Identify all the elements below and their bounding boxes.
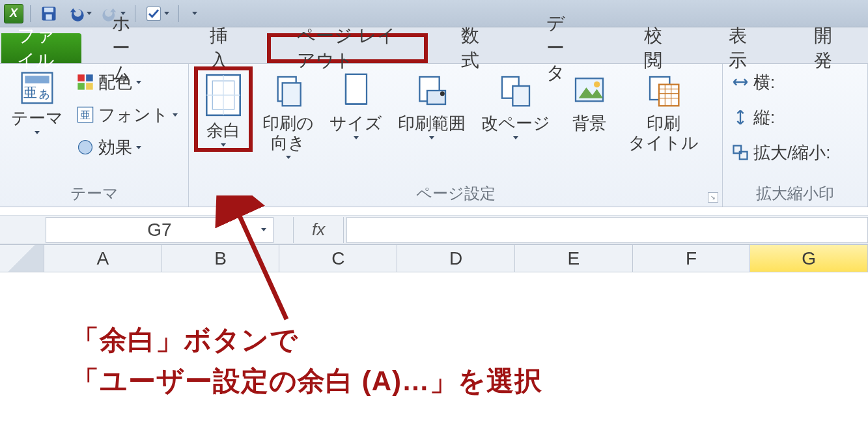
- svg-rect-10: [86, 83, 93, 90]
- tab-formulas[interactable]: 数式: [433, 33, 512, 63]
- select-all-corner[interactable]: [0, 245, 44, 272]
- column-header[interactable]: F: [633, 245, 751, 272]
- scale-row[interactable]: 拡大/縮小:: [728, 137, 833, 168]
- column-header[interactable]: B: [162, 245, 280, 272]
- tab-data[interactable]: データ: [518, 33, 611, 63]
- chevron-down-icon: [286, 156, 291, 159]
- effects-button[interactable]: 効果: [73, 132, 181, 163]
- svg-point-28: [594, 81, 600, 87]
- undo-icon: [67, 5, 85, 23]
- qat-customize-button[interactable]: [186, 5, 204, 23]
- svg-point-13: [79, 141, 92, 154]
- size-button[interactable]: サイズ: [324, 66, 388, 143]
- print-titles-button[interactable]: 印刷 タイトル: [623, 66, 705, 156]
- width-row[interactable]: 横:: [728, 66, 833, 98]
- margins-button[interactable]: 余白: [194, 66, 253, 152]
- tab-review[interactable]: 校閲: [616, 33, 695, 63]
- print-area-button[interactable]: 印刷範囲: [392, 66, 471, 143]
- name-box-value: G7: [147, 220, 171, 240]
- svg-rect-20: [346, 74, 367, 104]
- tab-file[interactable]: ファイル: [1, 33, 81, 63]
- column-header[interactable]: E: [515, 245, 633, 272]
- chevron-down-icon: [221, 143, 226, 147]
- margins-icon: [203, 72, 244, 119]
- themes-label: テーマ: [11, 109, 63, 128]
- chevron-down-icon: [87, 12, 92, 15]
- tab-view[interactable]: 表示: [701, 33, 780, 63]
- print-titles-icon: [645, 70, 682, 111]
- group-scale: 横: 縦: 拡大/縮小: 拡大縮小印: [723, 64, 868, 207]
- orientation-label: 印刷の 向き: [262, 114, 314, 153]
- formula-input[interactable]: [346, 217, 868, 243]
- chevron-down-icon: [35, 131, 40, 134]
- margins-label: 余白: [206, 121, 240, 141]
- qat-separator: [30, 5, 31, 22]
- svg-rect-5: [25, 76, 49, 83]
- group-page-setup: 余白 印刷の 向き サイズ 印刷範囲 改ページ: [189, 64, 723, 207]
- fonts-icon: 亜: [76, 106, 94, 124]
- size-icon: [338, 70, 374, 111]
- height-row[interactable]: 縦:: [728, 102, 833, 133]
- column-header[interactable]: A: [44, 245, 162, 272]
- colors-button[interactable]: 配色: [73, 66, 181, 98]
- page-setup-dialog-launcher[interactable]: ↘: [708, 192, 718, 203]
- themes-button[interactable]: 亜ぁ テーマ: [5, 66, 69, 137]
- tab-insert[interactable]: 挿入: [182, 33, 261, 63]
- print-area-label: 印刷範囲: [398, 114, 466, 134]
- themes-icon: 亜ぁ: [19, 70, 55, 106]
- fonts-button[interactable]: 亜 フォント: [73, 99, 181, 130]
- column-header[interactable]: D: [397, 245, 515, 272]
- annotation-line1: 「余白」ボタンで: [72, 319, 542, 360]
- undo-button[interactable]: [64, 5, 94, 23]
- fx-button[interactable]: fx: [293, 217, 344, 243]
- tab-home[interactable]: ホーム: [84, 33, 176, 63]
- chevron-down-icon: [429, 136, 434, 139]
- size-label: サイズ: [329, 114, 382, 134]
- ribbon-tabs: ファイル ホーム 挿入 ページ レイアウト 数式 データ 校閲 表示 開発: [0, 27, 868, 64]
- chevron-down-icon: [136, 81, 141, 84]
- annotation-line2: 「ユーザー設定の余白 (A)…」を選択: [72, 360, 542, 401]
- excel-app-icon[interactable]: X: [4, 4, 23, 23]
- background-button[interactable]: 背景: [560, 66, 619, 137]
- qat-separator: [178, 5, 179, 22]
- chevron-down-icon: [173, 113, 178, 117]
- orientation-button[interactable]: 印刷の 向き: [257, 66, 320, 162]
- save-icon: [40, 5, 58, 23]
- breaks-button[interactable]: 改ページ: [475, 66, 556, 143]
- chevron-down-icon: [164, 12, 169, 15]
- chevron-down-icon: [261, 228, 266, 231]
- save-button[interactable]: [37, 5, 61, 23]
- ribbon: 亜ぁ テーマ 配色 亜 フォント 効果: [0, 64, 868, 207]
- effects-icon: [76, 138, 94, 156]
- chevron-down-icon: [513, 136, 518, 139]
- column-header-row: A B C D E F G: [0, 245, 868, 272]
- svg-rect-8: [86, 74, 93, 81]
- chevron-down-icon: [136, 146, 141, 149]
- svg-text:亜ぁ: 亜ぁ: [23, 85, 51, 100]
- print-area-icon: [413, 70, 450, 111]
- chevron-down-icon: [354, 136, 359, 139]
- column-header[interactable]: C: [279, 245, 397, 272]
- breaks-label: 改ページ: [481, 114, 550, 134]
- width-icon: [731, 73, 749, 91]
- column-header-active[interactable]: G: [750, 245, 868, 272]
- group-label-scale: 拡大縮小印: [728, 180, 862, 205]
- svg-rect-25: [512, 86, 529, 106]
- group-themes: 亜ぁ テーマ 配色 亜 フォント 効果: [0, 64, 189, 207]
- annotation-text: 「余白」ボタンで 「ユーザー設定の余白 (A)…」を選択: [72, 319, 542, 401]
- colors-icon: [76, 73, 94, 91]
- svg-rect-2: [46, 14, 51, 20]
- formula-bar-row: G7 fx: [0, 215, 868, 245]
- app-letter: X: [10, 7, 18, 20]
- svg-rect-19: [282, 83, 300, 106]
- orientation-icon: [270, 70, 307, 111]
- height-icon: [731, 108, 749, 126]
- tab-developer[interactable]: 開発: [786, 33, 865, 63]
- svg-text:亜: 亜: [80, 109, 91, 121]
- svg-point-23: [440, 91, 445, 96]
- tab-page-layout[interactable]: ページ レイアウト: [267, 33, 428, 63]
- svg-rect-7: [77, 74, 84, 81]
- group-label-themes: テーマ: [5, 180, 183, 205]
- name-box[interactable]: G7: [46, 217, 273, 243]
- svg-rect-9: [77, 83, 84, 90]
